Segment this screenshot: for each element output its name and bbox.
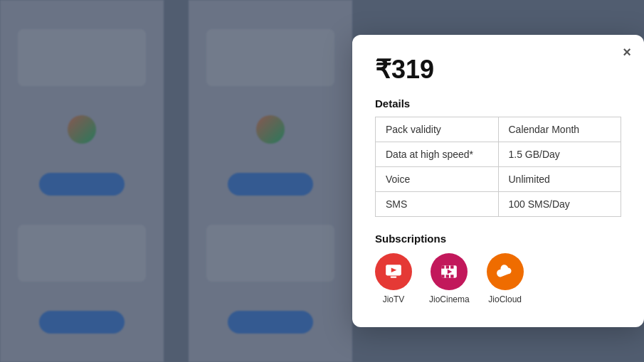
plan-detail-modal: × ₹319 Details Pack validityCalendar Mon…: [352, 35, 644, 327]
svg-rect-9: [451, 275, 454, 277]
subscription-jiocinema: JioCinema: [429, 253, 470, 304]
table-row: VoiceUnlimited: [376, 167, 621, 192]
svg-rect-8: [446, 275, 449, 277]
subscription-jiocloud: JioCloud: [487, 253, 524, 304]
jiocloud-icon: [496, 262, 514, 281]
table-cell-label: Pack validity: [376, 117, 499, 142]
jiotv-icon: [384, 262, 403, 281]
svg-rect-2: [391, 277, 397, 278]
svg-rect-4: [442, 265, 445, 268]
plan-price: ₹319: [375, 55, 621, 85]
table-cell-value: Calendar Month: [498, 117, 621, 142]
table-cell-label: Data at high speed*: [376, 142, 499, 167]
subscriptions-title: Subscriptions: [375, 233, 621, 245]
details-table: Pack validityCalendar MonthData at high …: [375, 117, 621, 217]
table-cell-label: SMS: [376, 192, 499, 217]
table-cell-value: 100 SMS/Day: [498, 192, 621, 217]
subscription-icons-list: JioTV JioCinema: [375, 253, 621, 304]
svg-rect-6: [451, 265, 454, 268]
subscription-jiotv: JioTV: [375, 253, 412, 304]
table-cell-value: 1.5 GB/Day: [498, 142, 621, 167]
jiocloud-label: JioCloud: [488, 294, 522, 304]
table-row: SMS100 SMS/Day: [376, 192, 621, 217]
jiocinema-icon: [440, 262, 458, 281]
jiocloud-icon-circle: [487, 253, 524, 290]
subscriptions-section: Subscriptions JioTV: [375, 233, 621, 304]
close-button[interactable]: ×: [623, 45, 631, 59]
svg-rect-5: [446, 265, 449, 268]
jiocinema-label: JioCinema: [429, 294, 470, 304]
table-cell-label: Voice: [376, 167, 499, 192]
table-cell-value: Unlimited: [498, 167, 621, 192]
jiocinema-icon-circle: [431, 253, 468, 290]
jiotv-label: JioTV: [383, 294, 405, 304]
table-row: Pack validityCalendar Month: [376, 117, 621, 142]
svg-rect-7: [442, 275, 445, 277]
table-row: Data at high speed*1.5 GB/Day: [376, 142, 621, 167]
jiotv-icon-circle: [375, 253, 412, 290]
details-title: Details: [375, 97, 621, 110]
